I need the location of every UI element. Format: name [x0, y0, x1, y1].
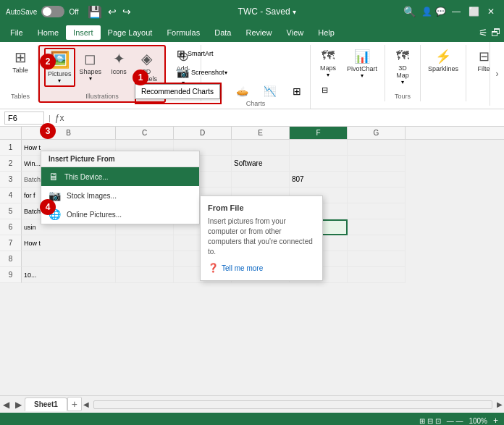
share-icon[interactable]: 👤 [421, 7, 432, 17]
menu-home[interactable]: Home [30, 25, 66, 40]
cell-g8[interactable] [348, 251, 406, 267]
scroll-right-icon[interactable]: ▶ [495, 400, 504, 408]
ribbon-group-tours: 🗺 3DMap ▾ Tours [385, 45, 421, 101]
this-device-option[interactable]: 🖥 This Device... [41, 167, 199, 186]
table-button[interactable]: ⊞ Table [7, 46, 33, 76]
row-header-spacer [0, 127, 22, 139]
cell-f3[interactable]: 807 [290, 172, 348, 188]
cell-g2[interactable] [348, 156, 406, 172]
scroll-left-icon[interactable]: ◀ [82, 400, 91, 408]
prev-sheet-icon[interactable]: ◀ [0, 400, 12, 410]
cell-g4[interactable] [348, 188, 406, 203]
pictures-dropdown-icon: ▾ [58, 77, 61, 84]
chart-line-button[interactable]: 📈 [201, 84, 227, 98]
menu-data[interactable]: Data [207, 25, 238, 40]
ribbon-group-charts: ⊞ SmartArt 📷 Screenshot ▾ 📊 📈 [201, 45, 311, 109]
comments-icon[interactable]: 💬 [435, 7, 446, 17]
shapes-button[interactable]: ◻ Shapes ▾ [77, 48, 105, 84]
cell-g6[interactable] [348, 219, 406, 235]
sheet-tab-sheet1[interactable]: Sheet1 [25, 397, 67, 411]
menu-formulas[interactable]: Formulas [159, 25, 207, 40]
title-dropdown-icon[interactable]: ▾ [293, 8, 296, 16]
ribbon-display-icon[interactable]: ⚟ [479, 27, 488, 38]
tell-me-more-text: Tell me more [222, 264, 263, 272]
filters-label: Filte [477, 65, 490, 72]
redo-icon[interactable]: ↪ [122, 6, 131, 17]
pictures-icon: 🖼️ [50, 51, 70, 70]
3d-map-button[interactable]: 🗺 3DMap ▾ [390, 46, 416, 88]
zoom-plus[interactable]: + [493, 416, 498, 425]
pivotchart-button[interactable]: 📊 PivotChart ▾ [344, 46, 380, 81]
table-label: Table [12, 67, 28, 74]
menu-insert[interactable]: Insert [66, 25, 101, 40]
cell-b7[interactable]: How t [22, 235, 116, 251]
icons-button[interactable]: ✦ Icons [106, 48, 132, 77]
tables-content: ⊞ Table [7, 46, 33, 91]
chart-bar-icon: 📊 [181, 85, 193, 97]
cell-b9[interactable]: 10... [22, 267, 116, 283]
menu-view[interactable]: View [280, 25, 311, 40]
minimize-button[interactable]: — [449, 4, 463, 19]
menu-file[interactable]: File [3, 25, 30, 40]
this-device-label: This Device... [64, 173, 109, 181]
stock-images-option[interactable]: 📷 Stock Images... [41, 186, 199, 205]
maps-button[interactable]: 🗺 Maps ▾ [315, 46, 341, 80]
screenshot-button[interactable]: 📷 Screenshot ▾ [174, 65, 230, 80]
cell-g9[interactable] [348, 267, 406, 283]
menu-help[interactable]: Help [311, 25, 342, 40]
search-icon[interactable]: 🔍 [403, 6, 416, 17]
zoom-slider[interactable]: — — [447, 417, 463, 425]
smartart-button[interactable]: ⊞ SmartArt [174, 46, 217, 61]
from-file-panel: From File Insert pictures from your comp… [200, 195, 323, 281]
chart-pie-button[interactable]: 🥧 [229, 84, 255, 98]
online-pictures-option[interactable]: 🌐 Online Pictures... [41, 205, 199, 224]
save-icon[interactable]: 💾 [88, 5, 102, 19]
chart-scatter-button[interactable]: 📉 [256, 84, 282, 98]
sparklines-icon: ⚡ [435, 49, 451, 64]
menu-page-layout[interactable]: Page Layout [101, 25, 160, 40]
maps-content: 🗺 Maps ▾ 📊 PivotChart ▾ [315, 46, 380, 98]
col-header-e: E [232, 127, 290, 139]
sparklines-button[interactable]: ⚡ Sparklines [425, 46, 461, 75]
cell-g7[interactable] [348, 235, 406, 251]
cell-e2[interactable]: Software [232, 156, 290, 172]
ribbon-collapse-icon[interactable]: 🗗 [491, 27, 501, 38]
chart-more-button[interactable]: ⊞ [284, 84, 310, 98]
chart-bar-button[interactable]: 📊 [174, 84, 200, 98]
cell-g3[interactable] [348, 172, 406, 188]
cell-c7[interactable] [116, 235, 174, 251]
cell-e1[interactable] [232, 140, 290, 156]
zoom-level: 100% [469, 417, 487, 425]
cell-g5[interactable] [348, 203, 406, 219]
chart-scatter-icon: 📉 [264, 85, 276, 97]
cell-c9[interactable] [116, 267, 174, 283]
row-header-2: 2 [0, 156, 22, 172]
cell-c8[interactable] [116, 251, 174, 267]
ribbon-scroll-right[interactable]: › [490, 42, 504, 106]
name-box[interactable] [4, 111, 44, 125]
next-sheet-icon[interactable]: ▶ [12, 400, 25, 410]
formula-input[interactable] [70, 114, 500, 122]
row-header-3: 3 [0, 172, 22, 188]
horizontal-scrollbar[interactable] [93, 400, 492, 409]
undo-icon[interactable]: ↩ [108, 6, 117, 17]
online-pictures-icon: 🌐 [49, 209, 61, 220]
close-button[interactable]: ✕ [484, 4, 498, 19]
cell-f2[interactable] [290, 156, 348, 172]
shapes-dropdown-icon: ▾ [89, 75, 92, 82]
pictures-button[interactable]: 🖼️ Pictures ▾ [44, 48, 75, 87]
icons-label: Icons [111, 68, 127, 75]
cell-e3[interactable] [232, 172, 290, 188]
autosave-toggle[interactable] [41, 6, 64, 17]
cell-f1[interactable] [290, 140, 348, 156]
cell-g1[interactable] [348, 140, 406, 156]
insert-picture-header: Insert Picture From [41, 151, 199, 167]
tell-me-more-link[interactable]: ❓ Tell me more [208, 263, 315, 273]
scroll-area: ◀ ▶ [82, 400, 504, 409]
row-header-4: 4 [0, 188, 22, 203]
cell-b8[interactable] [22, 251, 116, 267]
menu-review[interactable]: Review [238, 25, 279, 40]
add-sheet-button[interactable]: + [67, 397, 82, 411]
restore-button[interactable]: ⬜ [466, 4, 481, 19]
autosave-state: Off [69, 8, 78, 16]
